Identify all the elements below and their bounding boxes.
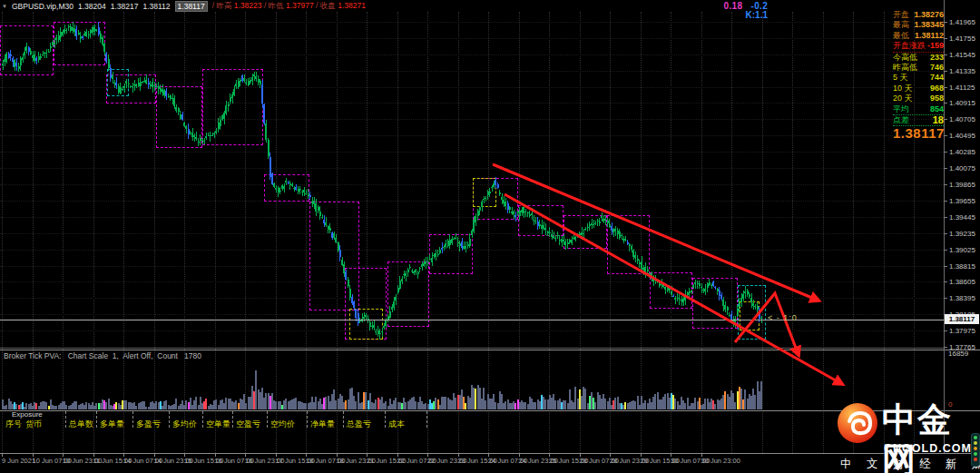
exposure-column-3[interactable]: 总单数 — [69, 419, 93, 430]
candle — [671, 291, 672, 294]
price-tick-label: 1.39235 — [949, 230, 975, 238]
candle — [437, 254, 439, 255]
price-tick-label: 1.39025 — [949, 246, 975, 254]
candle — [477, 211, 479, 216]
candle — [757, 306, 759, 310]
grid-horizontal-line — [0, 184, 944, 185]
candle — [571, 240, 573, 243]
info-label: 最低 — [893, 31, 909, 41]
price-tick-mark — [944, 217, 947, 218]
price-tick-label: 1.39865 — [949, 181, 975, 189]
exposure-column-2[interactable]: 货币 — [25, 419, 42, 430]
price-tick-mark — [944, 298, 947, 299]
info-value: 1.38276 — [914, 10, 944, 20]
exposure-column-7[interactable]: 空单量 — [206, 419, 230, 430]
candle — [634, 255, 636, 258]
info-label: 最高 — [893, 20, 909, 30]
grid-horizontal-line — [0, 152, 944, 153]
exposure-column-4[interactable]: 多单量 — [100, 419, 124, 430]
info-value: 18 — [933, 115, 944, 125]
info-value: 746 — [930, 63, 944, 73]
grid-vertical-line — [853, 12, 854, 453]
cngold-logo-icon — [837, 402, 878, 444]
price-tick-label: 1.40705 — [949, 115, 975, 123]
exposure-column-6[interactable]: 多均价 — [172, 419, 197, 430]
candle — [268, 140, 270, 156]
price-tick-label: 1.38605 — [949, 278, 975, 286]
subwindow-separator[interactable] — [0, 350, 980, 350]
candle — [128, 84, 130, 84]
last-price-readout: 1.38117 — [893, 128, 944, 138]
candle — [279, 191, 281, 192]
info-value: 744 — [930, 73, 944, 83]
price-tick-mark — [944, 266, 947, 267]
grid-horizontal-line — [0, 201, 944, 202]
candle — [345, 271, 347, 280]
candle — [24, 52, 25, 55]
risk-ratio-label: < - 1:0 — [768, 313, 798, 322]
candle — [514, 215, 516, 217]
candle — [173, 98, 175, 106]
chart-menu-caret-icon[interactable]: ▼ — [2, 4, 7, 9]
candle — [205, 136, 207, 138]
price-tick-mark — [944, 168, 947, 169]
candle — [497, 184, 499, 188]
current-price-line — [0, 320, 944, 320]
price-tick-label: 1.40285 — [949, 148, 975, 156]
info-label: 20 天 — [893, 94, 913, 103]
exposure-column-1[interactable]: 序号 — [5, 419, 22, 430]
grid-vertical-line — [33, 12, 34, 453]
grid-vertical-line — [367, 12, 368, 453]
candle-wick — [196, 132, 197, 141]
time-axis-line — [0, 453, 980, 454]
candle — [261, 84, 263, 103]
candle-wick — [299, 186, 300, 194]
candle — [122, 89, 123, 90]
info-value: 233 — [930, 53, 944, 63]
candle — [203, 141, 205, 142]
candle — [441, 248, 443, 250]
candle — [607, 221, 609, 223]
candle — [358, 313, 359, 323]
exposure-column-9[interactable]: 空均价 — [270, 419, 295, 430]
info-row-yellow: 昨高低746 — [893, 63, 944, 73]
price-tick-label: 1.41755 — [949, 34, 975, 43]
candle — [108, 59, 110, 68]
exposure-separator[interactable] — [0, 410, 980, 411]
price-tick-mark — [944, 119, 947, 120]
bar-close-value: 1.38117 — [175, 1, 208, 12]
candle — [22, 57, 24, 60]
grid-horizontal-line — [0, 38, 944, 39]
grid-horizontal-line — [0, 71, 944, 72]
candle — [65, 30, 67, 31]
price-tick-mark — [944, 71, 947, 72]
candle — [18, 66, 20, 69]
candle — [469, 239, 471, 246]
exposure-tab[interactable]: Exposure — [12, 410, 43, 419]
grid-vertical-line — [488, 12, 489, 453]
daily-stats: / 昨高 1.38223 / 昨低 1.37977 / 收盘 1.38271 — [212, 1, 366, 12]
candle — [527, 212, 529, 213]
price-tick-mark — [944, 330, 947, 331]
candle — [10, 54, 12, 56]
exposure-column-8[interactable]: 空盈亏 — [236, 419, 260, 430]
exposure-column-12[interactable]: 成本 — [388, 419, 405, 430]
exposure-column-11[interactable]: 总盈亏 — [347, 419, 371, 430]
exposure-column-10[interactable]: 净单量 — [310, 419, 335, 430]
candle — [195, 137, 197, 139]
grid-vertical-line — [427, 12, 428, 453]
candle — [45, 53, 47, 54]
candle — [593, 224, 594, 225]
price-tick-mark — [944, 152, 947, 153]
candle — [544, 228, 546, 230]
bar-high-value: 1.38217 — [111, 2, 139, 11]
exposure-column-separator — [426, 411, 427, 428]
candle — [40, 56, 42, 58]
grid-vertical-line — [276, 12, 277, 453]
candle — [567, 242, 569, 244]
exposure-column-separator — [307, 411, 308, 428]
grid-horizontal-line — [0, 135, 944, 136]
exposure-column-5[interactable]: 多盈亏 — [136, 419, 161, 430]
price-tick-mark — [944, 201, 947, 202]
candle — [198, 142, 200, 143]
